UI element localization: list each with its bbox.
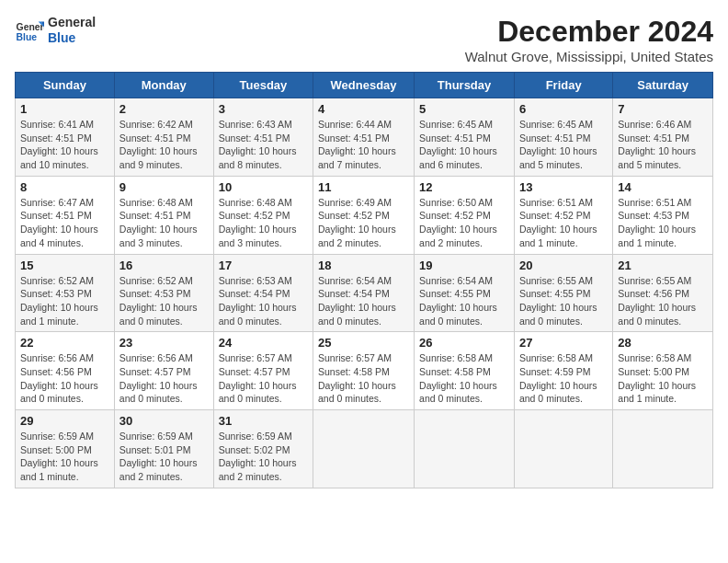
calendar-week-row: 8Sunrise: 6:47 AM Sunset: 4:51 PM Daylig… (16, 176, 713, 254)
day-number: 5 (419, 102, 509, 116)
day-info: Sunrise: 6:55 AM Sunset: 4:55 PM Dayligh… (519, 274, 608, 328)
day-info: Sunrise: 6:57 AM Sunset: 4:58 PM Dayligh… (318, 351, 409, 406)
day-info: Sunrise: 6:51 AM Sunset: 4:52 PM Dayligh… (519, 196, 608, 250)
day-info: Sunrise: 6:45 AM Sunset: 4:51 PM Dayligh… (519, 118, 608, 172)
calendar-cell: 20Sunrise: 6:55 AM Sunset: 4:55 PM Dayli… (514, 254, 612, 332)
weekday-header-sunday: Sunday (16, 73, 115, 98)
day-number: 11 (318, 180, 409, 194)
weekday-header-wednesday: Wednesday (313, 73, 415, 98)
calendar-cell (415, 410, 515, 488)
day-number: 25 (318, 336, 409, 350)
calendar-cell: 28Sunrise: 6:58 AM Sunset: 5:00 PM Dayli… (613, 332, 713, 410)
day-info: Sunrise: 6:43 AM Sunset: 4:51 PM Dayligh… (219, 118, 308, 172)
calendar-cell: 19Sunrise: 6:54 AM Sunset: 4:55 PM Dayli… (415, 254, 515, 332)
day-number: 12 (419, 180, 509, 194)
calendar-cell: 9Sunrise: 6:48 AM Sunset: 4:51 PM Daylig… (114, 176, 213, 254)
logo-icon: General Blue (15, 16, 44, 45)
calendar-cell: 31Sunrise: 6:59 AM Sunset: 5:02 PM Dayli… (213, 410, 313, 488)
day-number: 27 (519, 336, 608, 350)
day-info: Sunrise: 6:56 AM Sunset: 4:56 PM Dayligh… (20, 351, 109, 406)
day-number: 16 (119, 259, 209, 272)
day-info: Sunrise: 6:54 AM Sunset: 4:54 PM Dayligh… (318, 274, 409, 328)
day-number: 3 (219, 102, 308, 116)
day-info: Sunrise: 6:48 AM Sunset: 4:51 PM Dayligh… (119, 196, 209, 250)
day-info: Sunrise: 6:49 AM Sunset: 4:52 PM Dayligh… (318, 196, 409, 250)
calendar-cell: 29Sunrise: 6:59 AM Sunset: 5:00 PM Dayli… (16, 410, 115, 488)
calendar-cell: 7Sunrise: 6:46 AM Sunset: 4:51 PM Daylig… (613, 98, 713, 177)
calendar-cell (514, 410, 612, 488)
day-number: 2 (119, 102, 209, 116)
calendar-cell: 8Sunrise: 6:47 AM Sunset: 4:51 PM Daylig… (16, 176, 115, 254)
day-info: Sunrise: 6:59 AM Sunset: 5:00 PM Dayligh… (20, 430, 109, 484)
day-info: Sunrise: 6:45 AM Sunset: 4:51 PM Dayligh… (419, 118, 509, 172)
day-number: 4 (318, 102, 409, 116)
calendar-cell: 26Sunrise: 6:58 AM Sunset: 4:58 PM Dayli… (415, 332, 515, 410)
day-number: 21 (618, 259, 708, 272)
calendar-cell: 12Sunrise: 6:50 AM Sunset: 4:52 PM Dayli… (415, 176, 515, 254)
day-number: 26 (419, 336, 509, 350)
day-number: 18 (318, 259, 409, 272)
calendar-cell: 13Sunrise: 6:51 AM Sunset: 4:52 PM Dayli… (514, 176, 612, 254)
day-number: 28 (618, 336, 708, 350)
day-info: Sunrise: 6:47 AM Sunset: 4:51 PM Dayligh… (20, 196, 109, 250)
calendar-cell (313, 410, 415, 488)
day-info: Sunrise: 6:52 AM Sunset: 4:53 PM Dayligh… (20, 274, 109, 328)
day-number: 13 (519, 180, 608, 194)
calendar-cell: 18Sunrise: 6:54 AM Sunset: 4:54 PM Dayli… (313, 254, 415, 332)
page-header: General Blue General Blue December 2024 … (15, 15, 713, 64)
calendar-cell: 5Sunrise: 6:45 AM Sunset: 4:51 PM Daylig… (415, 98, 515, 177)
weekday-header-thursday: Thursday (415, 73, 515, 98)
day-number: 31 (219, 414, 308, 428)
day-info: Sunrise: 6:57 AM Sunset: 4:57 PM Dayligh… (219, 351, 308, 406)
calendar-cell: 27Sunrise: 6:58 AM Sunset: 4:59 PM Dayli… (514, 332, 612, 410)
calendar-cell: 4Sunrise: 6:44 AM Sunset: 4:51 PM Daylig… (313, 98, 415, 177)
day-number: 30 (119, 414, 209, 428)
calendar-cell: 24Sunrise: 6:57 AM Sunset: 4:57 PM Dayli… (213, 332, 313, 410)
day-info: Sunrise: 6:54 AM Sunset: 4:55 PM Dayligh… (419, 274, 509, 328)
day-number: 6 (519, 102, 608, 116)
calendar-cell: 14Sunrise: 6:51 AM Sunset: 4:53 PM Dayli… (613, 176, 713, 254)
day-info: Sunrise: 6:52 AM Sunset: 4:53 PM Dayligh… (119, 274, 209, 328)
calendar-cell: 11Sunrise: 6:49 AM Sunset: 4:52 PM Dayli… (313, 176, 415, 254)
calendar-table: SundayMondayTuesdayWednesdayThursdayFrid… (15, 72, 713, 488)
day-number: 23 (119, 336, 209, 350)
calendar-cell: 16Sunrise: 6:52 AM Sunset: 4:53 PM Dayli… (114, 254, 213, 332)
day-info: Sunrise: 6:41 AM Sunset: 4:51 PM Dayligh… (20, 118, 109, 172)
calendar-week-row: 29Sunrise: 6:59 AM Sunset: 5:00 PM Dayli… (16, 410, 713, 488)
day-info: Sunrise: 6:46 AM Sunset: 4:51 PM Dayligh… (618, 118, 708, 172)
day-info: Sunrise: 6:42 AM Sunset: 4:51 PM Dayligh… (119, 118, 209, 172)
day-number: 29 (20, 414, 109, 428)
day-number: 10 (219, 180, 308, 194)
day-number: 7 (618, 102, 708, 116)
logo-text: General Blue (48, 15, 96, 46)
day-number: 20 (519, 259, 608, 272)
calendar-cell: 30Sunrise: 6:59 AM Sunset: 5:01 PM Dayli… (114, 410, 213, 488)
calendar-cell: 23Sunrise: 6:56 AM Sunset: 4:57 PM Dayli… (114, 332, 213, 410)
day-number: 19 (419, 259, 509, 272)
day-number: 9 (119, 180, 209, 194)
day-info: Sunrise: 6:59 AM Sunset: 5:02 PM Dayligh… (219, 430, 308, 484)
day-info: Sunrise: 6:58 AM Sunset: 4:59 PM Dayligh… (519, 351, 608, 406)
day-info: Sunrise: 6:56 AM Sunset: 4:57 PM Dayligh… (119, 351, 209, 406)
calendar-week-row: 22Sunrise: 6:56 AM Sunset: 4:56 PM Dayli… (16, 332, 713, 410)
day-number: 8 (20, 180, 109, 194)
weekday-header-friday: Friday (514, 73, 612, 98)
calendar-cell: 3Sunrise: 6:43 AM Sunset: 4:51 PM Daylig… (213, 98, 313, 177)
calendar-cell: 2Sunrise: 6:42 AM Sunset: 4:51 PM Daylig… (114, 98, 213, 177)
day-info: Sunrise: 6:51 AM Sunset: 4:53 PM Dayligh… (618, 196, 708, 250)
page-title: December 2024 (465, 15, 713, 49)
calendar-cell: 25Sunrise: 6:57 AM Sunset: 4:58 PM Dayli… (313, 332, 415, 410)
day-info: Sunrise: 6:48 AM Sunset: 4:52 PM Dayligh… (219, 196, 308, 250)
calendar-cell: 10Sunrise: 6:48 AM Sunset: 4:52 PM Dayli… (213, 176, 313, 254)
day-info: Sunrise: 6:53 AM Sunset: 4:54 PM Dayligh… (219, 274, 308, 328)
calendar-cell: 22Sunrise: 6:56 AM Sunset: 4:56 PM Dayli… (16, 332, 115, 410)
day-number: 22 (20, 336, 109, 350)
day-number: 24 (219, 336, 308, 350)
calendar-cell: 17Sunrise: 6:53 AM Sunset: 4:54 PM Dayli… (213, 254, 313, 332)
calendar-week-row: 15Sunrise: 6:52 AM Sunset: 4:53 PM Dayli… (16, 254, 713, 332)
calendar-week-row: 1Sunrise: 6:41 AM Sunset: 4:51 PM Daylig… (16, 98, 713, 177)
calendar-cell (613, 410, 713, 488)
calendar-cell: 15Sunrise: 6:52 AM Sunset: 4:53 PM Dayli… (16, 254, 115, 332)
day-info: Sunrise: 6:55 AM Sunset: 4:56 PM Dayligh… (618, 274, 708, 328)
svg-text:General: General (17, 22, 44, 32)
